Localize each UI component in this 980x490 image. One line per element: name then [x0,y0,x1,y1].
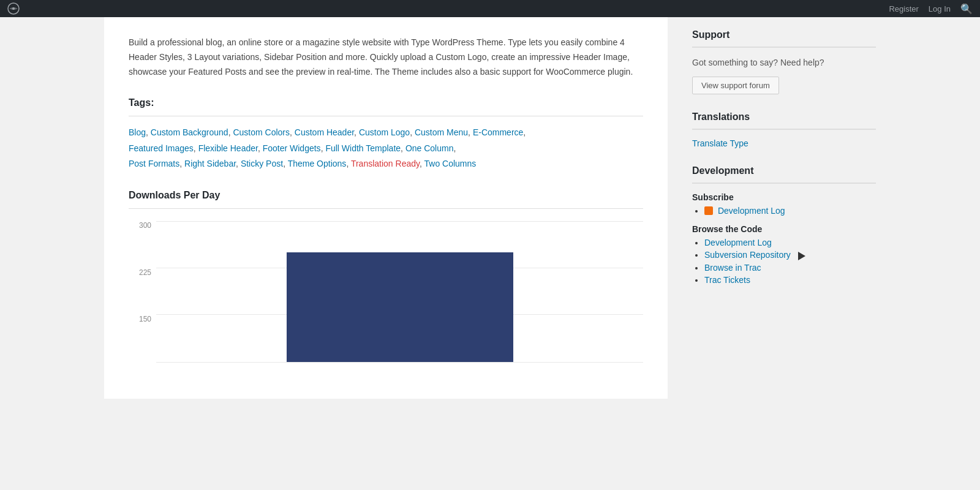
rss-icon [704,206,713,215]
wordpress-logo[interactable] [7,2,20,15]
chart-y-axis: 300 225 150 [129,221,156,362]
subversion-repository-item: Subversion Repository [704,250,876,260]
translations-section: Translations Translate Type [692,111,876,148]
tag-full-width[interactable]: Full Width Template [325,143,401,153]
top-navigation-bar: Register Log In 🔍 [0,0,980,17]
bar-area [156,221,643,362]
development-section: Development Subscribe Development Log Br… [692,165,876,285]
y-label-225: 225 [139,268,151,277]
tag-two-columns[interactable]: Two Columns [424,159,477,168]
tags-label: Tags: [129,97,643,108]
tag-flexible-header[interactable]: Flexible Header [198,143,258,153]
translations-title: Translations [692,111,876,123]
browse-trac-item: Browse in Trac [704,263,876,273]
cursor-pointer-icon [798,252,805,260]
trac-tickets-link[interactable]: Trac Tickets [704,275,750,285]
chart-area [156,221,643,380]
tags-divider [129,116,643,116]
development-title: Development [692,165,876,176]
downloads-section: Downloads Per Day 300 225 150 [129,190,643,380]
tag-custom-menu[interactable]: Custom Menu [415,127,468,137]
theme-description: Build a professional blog, an online sto… [129,36,643,79]
support-divider [692,47,876,48]
tag-ecommerce[interactable]: E-Commerce [473,127,523,137]
browse-dev-log-item: Development Log [704,238,876,247]
downloads-chart: 300 225 150 [129,221,643,380]
browse-trac-link[interactable]: Browse in Trac [704,263,761,273]
dev-log-subscribe-link[interactable]: Development Log [718,206,785,216]
subversion-repository-link[interactable]: Subversion Repository [704,250,791,260]
top-bar-right: Register Log In 🔍 [889,3,973,15]
tag-featured-images[interactable]: Featured Images [129,143,194,153]
svg-point-1 [12,7,15,10]
browse-dev-log-link[interactable]: Development Log [704,238,772,247]
register-link[interactable]: Register [889,4,918,13]
sidebar: Support Got something to say? Need help?… [692,17,876,399]
subscribe-label: Subscribe [692,192,876,202]
main-content: Build a professional blog, an online sto… [104,17,668,399]
page-wrapper: Build a professional blog, an online sto… [92,17,888,399]
search-icon[interactable]: 🔍 [960,3,973,15]
tags-list: Blog, Custom Background, Custom Colors, … [129,125,643,172]
dev-log-subscribe-item: Development Log [704,206,876,216]
downloads-divider [129,208,643,209]
downloads-bar [287,252,513,362]
tag-blog[interactable]: Blog [129,127,146,137]
y-label-150: 150 [139,315,151,323]
view-support-forum-button[interactable]: View support forum [692,77,779,94]
tag-custom-header[interactable]: Custom Header [295,127,354,137]
tag-custom-background[interactable]: Custom Background [151,127,228,137]
tag-custom-colors[interactable]: Custom Colors [233,127,290,137]
tag-right-sidebar[interactable]: Right Sidebar [184,159,236,168]
tag-sticky-post[interactable]: Sticky Post [241,159,283,168]
tag-theme-options[interactable]: Theme Options [288,159,347,168]
development-divider [692,183,876,184]
tag-translation-ready[interactable]: Translation Ready [351,159,420,168]
support-help-text: Got something to say? Need help? [692,56,876,69]
support-section: Support Got something to say? Need help?… [692,29,876,94]
tags-section: Tags: Blog, Custom Background, Custom Co… [129,97,643,172]
downloads-title: Downloads Per Day [129,190,643,201]
translate-type-link[interactable]: Translate Type [692,138,748,148]
tag-post-formats[interactable]: Post Formats [129,159,179,168]
support-title: Support [692,29,876,40]
trac-tickets-item: Trac Tickets [704,275,876,285]
browse-code-label: Browse the Code [692,224,876,234]
subscribe-list: Development Log [692,206,876,216]
login-link[interactable]: Log In [929,4,951,13]
tag-custom-logo[interactable]: Custom Logo [359,127,410,137]
top-bar-left [7,2,20,15]
tag-footer-widgets[interactable]: Footer Widgets [263,143,321,153]
translations-divider [692,129,876,130]
y-label-300: 300 [139,221,151,230]
browse-code-list: Development Log Subversion Repository Br… [692,238,876,284]
tag-one-column[interactable]: One Column [405,143,454,153]
grid-line-bottom [156,362,643,363]
